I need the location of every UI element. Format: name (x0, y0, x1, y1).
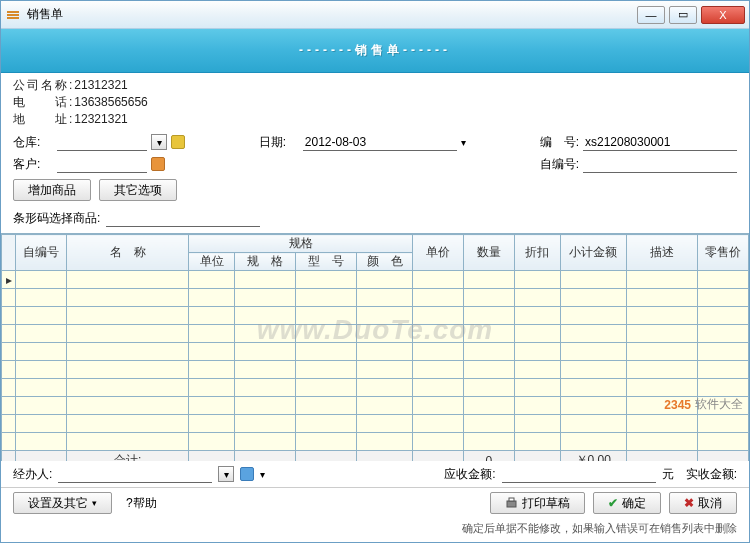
col-selfcode[interactable]: 自编号 (16, 235, 67, 271)
col-qty[interactable]: 数量 (464, 235, 515, 271)
date-input[interactable] (303, 133, 457, 151)
table-row[interactable] (2, 415, 749, 433)
totals-subtotal: ￥0.00 (560, 451, 626, 461)
customer-lookup-icon[interactable] (151, 157, 165, 171)
actual-label: 实收金额: (686, 466, 737, 483)
table-row[interactable]: ▸ (2, 271, 749, 289)
selfcode-input[interactable] (583, 155, 737, 173)
handler-expand-icon[interactable]: ▾ (260, 469, 265, 480)
svg-rect-1 (7, 14, 19, 16)
table-row[interactable] (2, 289, 749, 307)
col-model[interactable]: 型 号 (296, 253, 357, 271)
other-options-button[interactable]: 其它选项 (99, 179, 177, 201)
handler-input[interactable] (58, 465, 212, 483)
col-unit[interactable]: 单位 (189, 253, 235, 271)
receivable-input[interactable] (502, 465, 656, 483)
help-link[interactable]: ?帮助 (120, 495, 163, 512)
table-row[interactable] (2, 325, 749, 343)
date-dropdown-icon[interactable]: ▾ (461, 137, 466, 148)
confirm-button[interactable]: ✔确定 (593, 492, 661, 514)
totals-qty: 0 (464, 451, 515, 461)
table-row[interactable] (2, 379, 749, 397)
receivable-label: 应收金额: (444, 466, 495, 483)
col-spec[interactable]: 规 格 (235, 253, 296, 271)
svg-rect-3 (507, 501, 516, 507)
date-label: 日期: (259, 134, 299, 151)
window-title: 销售单 (27, 6, 63, 23)
print-draft-button[interactable]: 打印草稿 (490, 492, 585, 514)
table-row[interactable] (2, 433, 749, 451)
current-row-indicator: ▸ (2, 271, 16, 289)
col-desc[interactable]: 描述 (626, 235, 697, 271)
col-subtotal[interactable]: 小计金额 (560, 235, 626, 271)
cancel-button[interactable]: ✖取消 (669, 492, 737, 514)
maximize-button[interactable]: ▭ (669, 6, 697, 24)
handler-dropdown-button[interactable]: ▾ (218, 466, 234, 482)
titlebar: 销售单 — ▭ X (1, 1, 749, 29)
customer-input[interactable] (57, 155, 147, 173)
table-row[interactable] (2, 307, 749, 325)
svg-rect-0 (7, 11, 19, 13)
col-discount[interactable]: 折扣 (514, 235, 560, 271)
handler-label: 经办人: (13, 466, 52, 483)
selfcode-label: 自编号: (540, 156, 579, 173)
barcode-input[interactable] (106, 209, 260, 227)
totals-row: 合计: 0 ￥0.00 (2, 451, 749, 461)
receivable-unit: 元 (662, 466, 674, 483)
col-color[interactable]: 颜 色 (357, 253, 413, 271)
company-phone-label: 电 话: (13, 94, 74, 111)
barcode-label: 条形码选择商品: (13, 210, 100, 227)
footer-hint: 确定后单据不能修改，如果输入错误可在销售列表中删除 (1, 518, 749, 542)
check-icon: ✔ (608, 496, 618, 510)
code-label: 编 号: (540, 134, 579, 151)
warehouse-dropdown-button[interactable]: ▾ (151, 134, 167, 150)
svg-rect-2 (7, 17, 19, 19)
app-icon (5, 7, 21, 23)
table-row[interactable] (2, 397, 749, 415)
company-addr: 12321321 (74, 111, 127, 128)
company-phone: 13638565656 (74, 94, 147, 111)
company-info: 公司名称:21312321 电 话:13638565656 地 址:123213… (1, 73, 749, 129)
row-indicator-header (2, 235, 16, 271)
warehouse-input[interactable] (57, 133, 147, 151)
code-input[interactable] (583, 133, 737, 151)
customer-label: 客户: (13, 156, 53, 173)
banner-title: -------销售单------ (299, 42, 451, 59)
warehouse-lookup-icon[interactable] (171, 135, 185, 149)
company-name: 21312321 (74, 77, 127, 94)
banner: -------销售单------ (1, 29, 749, 73)
company-addr-label: 地 址: (13, 111, 74, 128)
site-badge: 2345软件大全 (664, 396, 743, 413)
close-button[interactable]: X (701, 6, 745, 24)
table-row[interactable] (2, 343, 749, 361)
col-price[interactable]: 单价 (413, 235, 464, 271)
col-spec-group[interactable]: 规格 (189, 235, 413, 253)
col-retail[interactable]: 零售价 (698, 235, 749, 271)
col-name[interactable]: 名 称 (67, 235, 189, 271)
chevron-down-icon: ▾ (92, 498, 97, 508)
printer-icon (505, 497, 518, 510)
minimize-button[interactable]: — (637, 6, 665, 24)
handler-lookup-icon[interactable] (240, 467, 254, 481)
items-table: 自编号 名 称 规格 单价 数量 折扣 小计金额 描述 零售价 单位 规 格 型… (1, 234, 749, 461)
warehouse-label: 仓库: (13, 134, 53, 151)
settings-button[interactable]: 设置及其它▾ (13, 492, 112, 514)
add-item-button[interactable]: 增加商品 (13, 179, 91, 201)
totals-label: 合计: (67, 451, 189, 461)
company-name-label: 公司名称: (13, 77, 74, 94)
svg-rect-4 (509, 498, 514, 501)
table-row[interactable] (2, 361, 749, 379)
x-icon: ✖ (684, 496, 694, 510)
items-table-wrap: 自编号 名 称 规格 单价 数量 折扣 小计金额 描述 零售价 单位 规 格 型… (1, 234, 749, 461)
